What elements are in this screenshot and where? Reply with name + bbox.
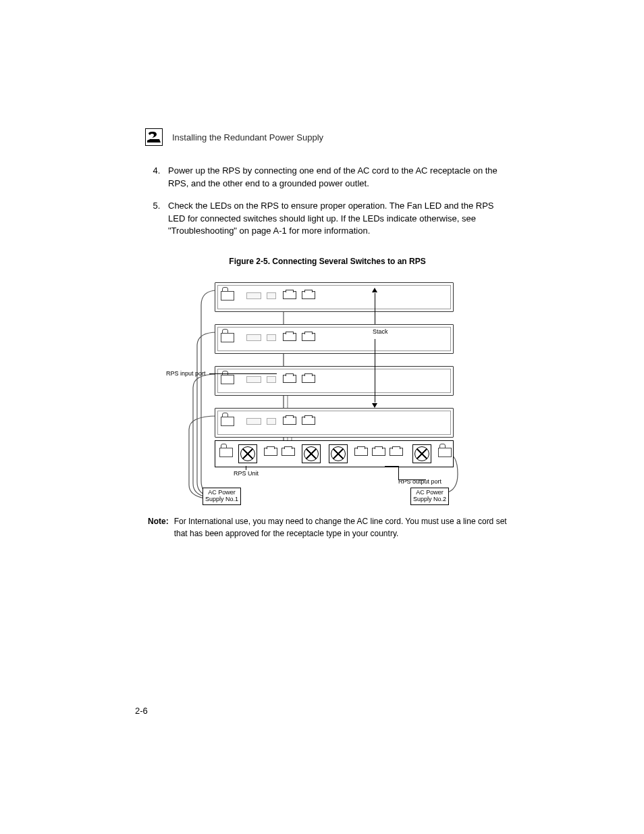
step-item: Check the LEDs on the RPS to ensure prop… xyxy=(163,200,510,238)
figure-diagram: Stack RPS input port RPS Unit RPS output… xyxy=(176,278,476,508)
arrow-down-icon xyxy=(372,403,377,408)
ac-power-2-label: AC Power Supply No.2 xyxy=(410,488,449,505)
note: Note: For International use, you may nee… xyxy=(148,516,510,540)
section-title: Installing the Redundant Power Supply xyxy=(172,132,323,142)
note-label: Note: xyxy=(148,516,169,540)
rps-input-port-label: RPS input port xyxy=(166,370,206,377)
rps-unit xyxy=(215,440,454,467)
note-text: For International use, you may need to c… xyxy=(174,516,510,540)
arrow-up-icon xyxy=(372,288,377,292)
rps-unit-label: RPS Unit xyxy=(234,470,259,477)
step-item: Power up the RPS by connecting one end o… xyxy=(163,165,510,190)
switch-3 xyxy=(215,366,454,396)
chapter-number-badge xyxy=(145,128,163,146)
switch-4 xyxy=(215,408,454,438)
step-list: Power up the RPS by connecting one end o… xyxy=(145,165,510,238)
switch-2 xyxy=(215,324,454,354)
switch-1 xyxy=(215,282,454,312)
page-number: 2-6 xyxy=(135,706,148,716)
ac-power-1-label: AC Power Supply No.1 xyxy=(203,488,241,505)
figure-caption: Figure 2-5. Connecting Several Switches … xyxy=(145,257,510,266)
stack-label: Stack xyxy=(373,328,388,335)
chapter-2-icon xyxy=(147,132,161,142)
page-header: Installing the Redundant Power Supply xyxy=(145,128,510,146)
